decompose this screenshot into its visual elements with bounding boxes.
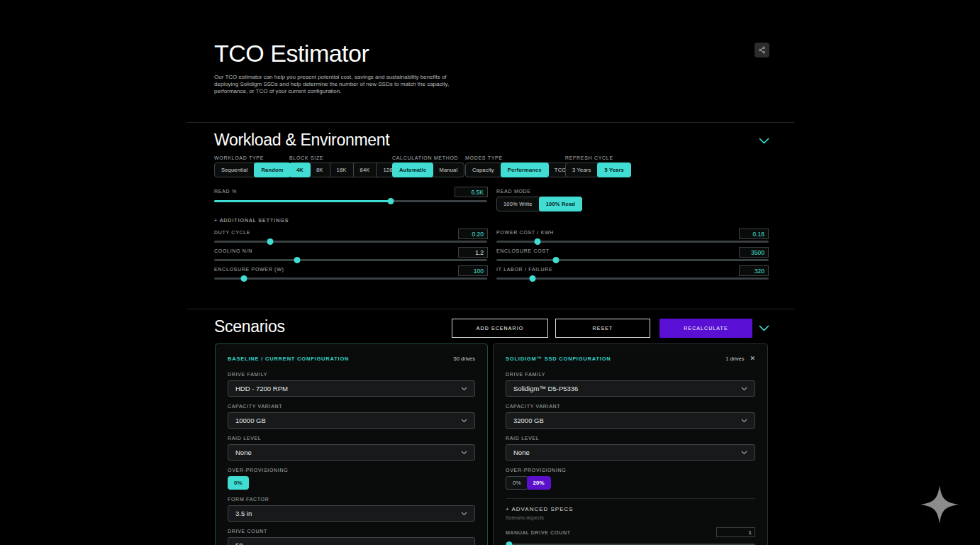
cooling-value[interactable]: 1.2: [458, 247, 488, 258]
section-divider: [187, 309, 794, 309]
slider-thumb[interactable]: [294, 257, 301, 263]
recalculate-button[interactable]: RECALCULATE: [659, 319, 752, 338]
page-title: TCO Estimator: [214, 40, 369, 67]
raid-level-select[interactable]: None: [228, 444, 475, 461]
slider-thumb[interactable]: [534, 238, 540, 245]
close-icon[interactable]: ✕: [750, 356, 755, 362]
chevron-down-icon: [741, 387, 747, 391]
refresh-cycle-label: REFRESH CYCLE: [565, 155, 613, 160]
read-mode-read[interactable]: 100% Read: [539, 197, 582, 211]
modes-performance[interactable]: Performance: [501, 163, 549, 177]
slider-thumb[interactable]: [506, 541, 513, 545]
slider-fill: [214, 200, 391, 202]
modes-capacity[interactable]: Capacity: [466, 163, 501, 177]
slider-thumb[interactable]: [530, 275, 536, 282]
form-factor-select[interactable]: 3.5 in: [228, 505, 475, 522]
slider-track: [496, 277, 769, 280]
block-size-8k[interactable]: 8K: [310, 163, 330, 177]
drive-family-select[interactable]: HDD - 7200 RPM: [228, 380, 475, 397]
chevron-down-icon: [461, 387, 467, 391]
solidigm-card-title: SOLIDIGM™ SSD CONFIGURATION: [506, 356, 611, 362]
tco-estimator-page: TCO Estimator Our TCO estimator can help…: [0, 0, 980, 545]
it-labor-value[interactable]: 320: [739, 265, 769, 276]
refresh-5-years[interactable]: 5 Years: [597, 163, 631, 177]
block-size-64k[interactable]: 64K: [354, 163, 377, 177]
capacity-variant-label: CAPACITY VARIANT: [506, 404, 755, 409]
calculation-method-label: CALCULATION METHOD: [392, 155, 458, 160]
manual-drive-count-input[interactable]: 1: [716, 527, 755, 537]
raid-level-value: None: [235, 448, 252, 456]
slider-thumb[interactable]: [553, 257, 559, 263]
slider-track: [214, 259, 487, 261]
modes-type-toggle: Capacity Performance TCO: [465, 163, 573, 177]
power-cost-slider[interactable]: [496, 238, 769, 245]
add-scenario-button[interactable]: ADD SCENARIO: [452, 319, 548, 338]
modes-type-label: MODES TYPE: [465, 155, 503, 160]
chevron-down-icon: [461, 512, 467, 516]
duty-cycle-label: DUTY CYCLE: [214, 230, 250, 235]
card-header: SOLIDIGM™ SSD CONFIGURATION 1 drives ✕: [506, 356, 755, 362]
share-button[interactable]: [755, 43, 769, 57]
additional-settings-link[interactable]: + ADDITIONAL SETTINGS: [214, 218, 289, 223]
workload-type-toggle: Sequential Random: [214, 163, 291, 177]
advanced-specs-link[interactable]: + ADVANCED SPECS: [506, 506, 755, 512]
drive-family-label: DRIVE FAMILY: [228, 372, 475, 377]
workload-type-sequential[interactable]: Sequential: [215, 163, 255, 177]
cooling-slider[interactable]: [214, 257, 487, 263]
reset-button[interactable]: RESET: [555, 319, 650, 338]
capacity-variant-value: 32000 GB: [513, 417, 544, 424]
enclosure-cost-label: ENCLOSURE COST: [496, 248, 550, 253]
op-20-chip[interactable]: 20%: [527, 476, 551, 490]
workload-type-random[interactable]: Random: [254, 163, 290, 177]
chevron-down-icon: [461, 451, 467, 455]
it-labor-slider[interactable]: [496, 275, 769, 282]
drive-family-value: HDD - 7200 RPM: [235, 385, 288, 392]
section-divider: [187, 122, 794, 123]
calculation-method-toggle: Automatic Manual: [392, 163, 464, 177]
scenarios-collapse-chevron-down-icon[interactable]: [759, 325, 769, 331]
manual-drive-count-slider[interactable]: [506, 541, 755, 545]
raid-level-select[interactable]: None: [506, 444, 755, 461]
read-pct-label: READ %: [214, 189, 237, 194]
enclosure-power-slider[interactable]: [214, 275, 487, 282]
power-cost-label: POWER COST / KWH: [496, 230, 554, 235]
duty-cycle-slider[interactable]: [214, 238, 487, 245]
slider-thumb[interactable]: [240, 275, 247, 282]
block-size-toggle: 4K 8K 16K 64K 128K: [289, 163, 403, 177]
solidigm-drive-count-badge: 1 drives ✕: [725, 356, 755, 362]
workload-collapse-chevron-down-icon[interactable]: [759, 138, 769, 144]
enclosure-cost-slider[interactable]: [496, 257, 769, 263]
read-pct-value[interactable]: 6.5K: [455, 187, 488, 197]
calculation-manual[interactable]: Manual: [433, 163, 464, 177]
drive-family-select[interactable]: Solidigm™ D5-P5336: [506, 380, 755, 397]
block-size-4k[interactable]: 4K: [289, 163, 311, 177]
advanced-specs-subtext: Scenario Aspects: [506, 515, 755, 520]
capacity-variant-select[interactable]: 32000 GB: [506, 412, 755, 429]
drive-count-value: 50: [235, 541, 243, 545]
slider-thumb[interactable]: [388, 198, 394, 204]
op-0-chip[interactable]: 0%: [228, 476, 249, 490]
block-size-label: BLOCK SIZE: [289, 155, 323, 160]
refresh-3-years[interactable]: 3 Years: [566, 163, 598, 177]
refresh-cycle-toggle: 3 Years 5 Years: [565, 163, 631, 177]
drive-family-value: Solidigm™ D5-P5336: [513, 385, 578, 392]
read-pct-slider[interactable]: [214, 198, 487, 204]
power-cost-value[interactable]: 0.16: [739, 229, 769, 239]
capacity-variant-select[interactable]: 10000 GB: [228, 412, 475, 429]
baseline-card-title: BASELINE / CURRENT CONFIGURATION: [228, 356, 349, 362]
card-divider: [506, 498, 755, 499]
calculation-automatic[interactable]: Automatic: [392, 163, 433, 177]
workload-section-title: Workload & Environment: [214, 131, 389, 150]
read-mode-write[interactable]: 100% Write: [497, 197, 540, 211]
duty-cycle-value[interactable]: 0.20: [458, 229, 488, 239]
it-labor-label: IT LABOR / FAILURE: [496, 267, 552, 272]
chevron-down-icon: [741, 419, 747, 423]
enclosure-cost-value[interactable]: 3500: [739, 247, 769, 258]
raid-level-label: RAID LEVEL: [506, 436, 755, 441]
drive-count-input[interactable]: 50: [228, 537, 475, 545]
op-0-chip[interactable]: 0%: [506, 476, 528, 490]
enclosure-power-value[interactable]: 100: [458, 265, 488, 276]
block-size-16k[interactable]: 16K: [330, 163, 354, 177]
slider-thumb[interactable]: [267, 238, 273, 245]
chevron-down-icon: [461, 419, 467, 423]
